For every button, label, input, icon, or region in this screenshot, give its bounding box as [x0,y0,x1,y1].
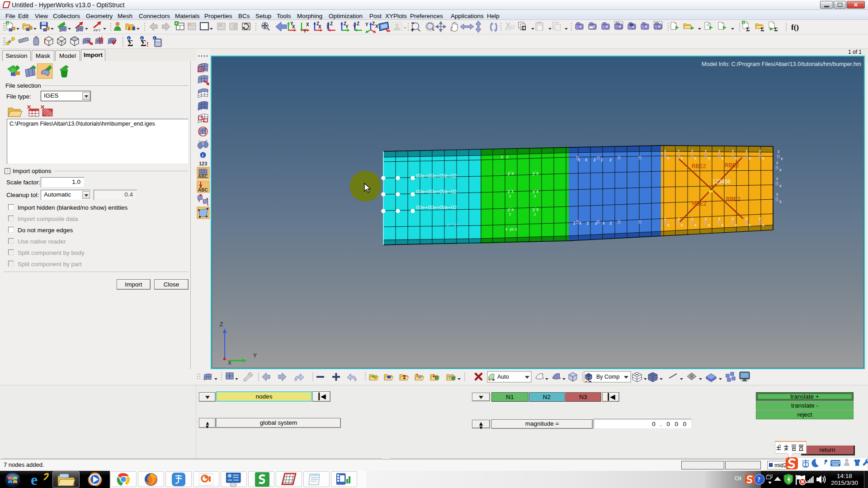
svg-text:Σ: Σ [746,26,750,33]
svg-text:+: + [7,21,9,25]
svg-text:z: z [705,216,707,221]
svg-text:z: z [534,212,536,216]
svg-text:z: z [691,149,693,153]
svg-text:Y: Y [365,22,368,27]
svg-text:z: z [678,216,680,221]
svg-text:B: B [618,155,621,160]
svg-text:B: B [664,153,667,159]
svg-text:x: x [779,183,782,188]
svg-text:ABC: ABC [198,188,208,192]
svg-text:z: z [664,216,666,221]
svg-text:B: B [704,153,708,159]
svg-text:f(): f() [791,23,799,32]
svg-text:+: + [410,26,414,33]
svg-text:B: B [718,153,721,159]
svg-text:yʾx: yʾx [533,207,538,212]
svg-text:z: z [534,194,536,198]
svg-text:z: z [759,216,761,221]
svg-text:ABC: ABC [198,174,208,179]
svg-text:B: B [677,153,680,159]
svg-text:RBE2: RBE2 [692,163,706,169]
svg-text:X: X [318,24,321,29]
svg-text:z z: z z [501,155,509,159]
svg-text:x: x [749,223,751,227]
svg-text:PPT: PPT [94,28,101,33]
svg-text:Y: Y [253,352,257,359]
svg-text:x: x [722,156,724,160]
svg-text:B: B [775,181,778,186]
svg-text:z: z [678,149,680,153]
svg-text:x: x [681,156,683,160]
svg-text:x x z z z: x x z z z [578,157,612,162]
svg-text:B: B [597,155,600,160]
svg-text:Z: Z [330,21,333,26]
svg-text:Z: Z [372,21,375,26]
svg-text:X: X [306,22,309,27]
svg-text:z: z [691,216,693,221]
svg-text:z: z [745,216,748,221]
svg-text:x: x [667,156,670,160]
svg-text:z: z [718,149,721,153]
svg-text:x: x [749,156,751,160]
svg-text:Σ: Σ [127,38,133,48]
svg-text:x: x [681,223,683,227]
svg-text:X: X [375,24,378,29]
svg-text:x: x [735,223,737,227]
svg-text:B: B [597,219,600,225]
svg-text:B: B [759,153,762,159]
svg-text:123: 123 [199,161,207,166]
svg-text:Σ: Σ [774,26,778,33]
svg-text:z: z [718,216,721,221]
svg-text:x: x [735,156,737,160]
svg-text:x: x [779,168,782,172]
svg-text:z: z [776,176,778,181]
svg-text:y‹ y‹: y‹ y‹ [447,221,458,227]
svg-text:z: z [776,160,778,165]
svg-text:B: B [618,219,621,225]
svg-text:X: X [326,24,330,29]
svg-text:Z: Z [357,21,359,26]
svg-text:Model Info: C:/Program Files/A: Model Info: C:/Program Files/Altair/13.0… [702,61,861,67]
svg-text:yʾx: yʾx [508,171,514,176]
svg-text:00e+00e+00e+02: 00e+00e+00e+02 [416,205,457,210]
svg-text:Y: Y [353,24,356,29]
svg-text:Z: Z [220,321,223,328]
svg-text:B: B [691,153,694,159]
svg-text:X: X [292,24,295,29]
svg-text:x: x [781,156,783,161]
svg-text:e: e [31,471,38,488]
svg-text:B: B [745,153,748,159]
svg-text:Auto: Auto [497,374,509,380]
svg-text:00e+00e+00e+02: 00e+00e+00e+02 [416,173,457,178]
svg-text:✕: ✕ [187,22,191,27]
svg-text:RBE2: RBE2 [726,196,741,202]
svg-text:i: i [202,153,203,158]
svg-text:z: z [509,194,511,198]
svg-text:x: x [762,223,764,227]
svg-text:x yх x: x yх x [505,227,517,231]
svg-text:z: z [509,212,511,216]
svg-text:00e+00e+00e+02: 00e+00e+00e+02 [416,189,457,194]
svg-text:By Comp: By Comp [596,374,619,380]
svg-text:B: B [576,155,579,160]
svg-text:z: z [732,149,734,153]
svg-text:x: x [694,223,697,227]
svg-text:x: x [667,223,670,227]
svg-text:+: + [743,21,745,25]
svg-text:RBE2: RBE2 [725,162,739,169]
svg-text:!: ! [146,41,149,48]
svg-text:x: x [779,199,782,204]
svg-text:B: B [638,219,642,225]
svg-text:z: z [732,216,734,221]
svg-text:?: ? [757,476,760,483]
svg-text:B: B [777,154,780,159]
svg-text:x: x [694,156,697,160]
svg-text:Y: Y [303,28,307,33]
svg-text:B: B [775,197,778,202]
svg-text:+: + [175,21,178,26]
svg-text:x: x [708,223,710,227]
svg-text:B: B [638,155,642,160]
svg-text:x: x [708,156,710,160]
svg-text:z: z [776,192,778,197]
svg-text:yʾx: yʾx [508,189,514,194]
